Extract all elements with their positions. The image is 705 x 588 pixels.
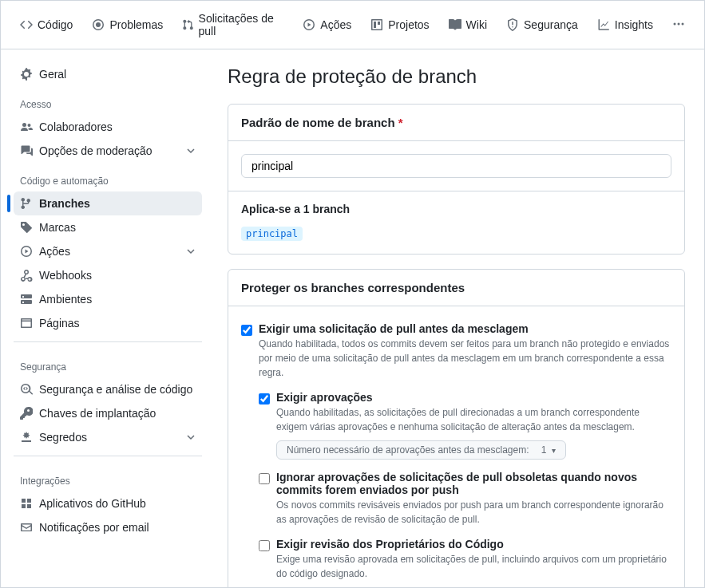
key-asterisk-icon — [20, 431, 33, 444]
approvals-count-select[interactable]: Número necessário de aprovações antes da… — [276, 440, 566, 460]
protect-matching-panel: Proteger os branches correspondentes Exi… — [228, 269, 685, 587]
code-icon — [20, 18, 33, 31]
section-code-automation: Código e automação — [14, 163, 202, 191]
chevron-down-icon — [186, 247, 196, 256]
graph-icon — [597, 18, 610, 31]
sidebar-item-email-notifications[interactable]: Notificações por email — [14, 515, 202, 539]
sidebar-item-moderation[interactable]: Opções de moderação — [14, 139, 202, 163]
server-icon — [20, 293, 33, 306]
sidebar-item-secrets[interactable]: Segredos — [14, 425, 202, 449]
codescan-icon — [20, 383, 33, 396]
sidebar-item-collaborators[interactable]: Colaboradores — [14, 115, 202, 139]
tab-security[interactable]: Segurança — [500, 14, 584, 36]
apps-icon — [20, 497, 33, 510]
tab-actions[interactable]: Ações — [296, 14, 358, 36]
section-integrations: Integrações — [14, 463, 202, 491]
option-require-approvals: Exigir aprovações Quando habilitadas, as… — [259, 388, 671, 468]
sidebar-actions-label: Ações — [39, 245, 70, 258]
checkbox-codeowners[interactable] — [259, 540, 270, 551]
people-icon — [20, 120, 33, 133]
branch-name-header: Padrão de nome de branch * — [228, 105, 684, 141]
applies-to-title: Aplica-se a 1 branch — [241, 203, 671, 215]
sidebar-item-code-security[interactable]: Segurança e análise de código — [14, 377, 202, 401]
sidebar-pages-label: Páginas — [39, 317, 80, 330]
tab-insights-label: Insights — [615, 18, 653, 31]
tab-wiki-label: Wiki — [466, 18, 487, 31]
option-codeowners-desc: Exige uma revisão aprovada em solicitaçõ… — [276, 552, 671, 581]
sidebar-secrets-label: Segredos — [39, 431, 87, 444]
branch-chip: principal — [241, 227, 303, 241]
main-content: Regra de proteção de branch Padrão de no… — [208, 49, 704, 587]
sidebar-moderation-label: Opções de moderação — [39, 144, 152, 157]
protect-matching-header: Proteger os branches correspondentes — [228, 270, 684, 306]
section-access: Acesso — [14, 86, 202, 115]
sidebar-general-label: Geral — [39, 68, 66, 81]
comment-discussion-icon — [20, 144, 33, 157]
checkbox-dismiss-stale[interactable] — [259, 473, 270, 484]
section-security: Segurança — [14, 349, 202, 377]
key-icon — [20, 407, 33, 420]
shield-icon — [506, 18, 519, 31]
sidebar-branches-label: Branches — [39, 197, 90, 210]
sidebar-github-apps-label: Aplicativos do GitHub — [39, 497, 146, 510]
settings-sidebar: Geral Acesso Colaboradores Opções de mod… — [1, 49, 208, 587]
webhook-icon — [20, 269, 33, 282]
git-pull-request-icon — [182, 18, 193, 31]
play-circle-icon — [20, 245, 33, 258]
approvals-select-value: 1 — [541, 444, 547, 456]
option-dismiss-stale-label: Ignorar aprovações de solicitações de pu… — [276, 471, 671, 496]
divider — [14, 341, 202, 342]
option-require-pr-desc: Quando habilitada, todos os commits deve… — [259, 337, 671, 380]
tab-issues[interactable]: Problemas — [85, 14, 169, 36]
tab-security-label: Segurança — [524, 18, 578, 31]
tab-projects-label: Projetos — [388, 18, 429, 31]
sidebar-code-security-label: Segurança e análise de código — [39, 383, 192, 396]
chevron-down-icon — [186, 432, 196, 442]
sidebar-deploy-keys-label: Chaves de implantação — [39, 407, 156, 420]
sidebar-environments-label: Ambientes — [39, 293, 92, 306]
mail-icon — [20, 521, 33, 534]
tab-code[interactable]: Código — [14, 14, 79, 36]
svg-point-1 — [678, 22, 680, 25]
tab-issues-label: Problemas — [109, 18, 163, 31]
tab-projects[interactable]: Projetos — [364, 14, 435, 36]
repo-tabs: Código Problemas Solicitações de pull Aç… — [1, 1, 704, 49]
project-icon — [370, 18, 383, 31]
svg-point-0 — [674, 22, 676, 25]
sidebar-email-notifications-label: Notificações por email — [39, 521, 149, 534]
sidebar-item-branches[interactable]: Branches — [14, 191, 202, 215]
tab-wiki[interactable]: Wiki — [442, 14, 493, 36]
sidebar-item-tags[interactable]: Marcas — [14, 215, 202, 239]
book-icon — [449, 18, 461, 31]
divider — [14, 456, 202, 456]
kebab-icon — [672, 18, 685, 30]
branch-name-panel: Padrão de nome de branch * Aplica-se a 1… — [228, 104, 685, 255]
sidebar-item-deploy-keys[interactable]: Chaves de implantação — [14, 401, 202, 425]
sidebar-webhooks-label: Webhooks — [39, 269, 92, 282]
git-branch-icon — [20, 197, 33, 210]
sidebar-tags-label: Marcas — [39, 221, 76, 234]
sidebar-item-actions[interactable]: Ações — [14, 239, 202, 263]
tab-more[interactable] — [666, 14, 691, 36]
sidebar-item-github-apps[interactable]: Aplicativos do GitHub — [14, 491, 202, 515]
checkbox-require-pr[interactable] — [241, 325, 252, 336]
branch-name-input[interactable] — [241, 154, 671, 178]
tab-pull-requests[interactable]: Solicitações de pull — [176, 7, 290, 42]
tab-actions-label: Ações — [320, 18, 351, 31]
tab-insights[interactable]: Insights — [591, 14, 659, 36]
checkbox-require-approvals[interactable] — [259, 393, 270, 404]
protect-matching-body: Exigir uma solicitação de pull antes da … — [228, 306, 684, 587]
sidebar-item-general[interactable]: Geral — [14, 62, 202, 86]
sidebar-item-pages[interactable]: Páginas — [14, 311, 202, 335]
sidebar-collaborators-label: Colaboradores — [39, 120, 113, 133]
play-icon — [303, 18, 315, 31]
required-indicator: * — [398, 116, 403, 129]
option-require-approvals-label: Exigir aprovações — [276, 391, 671, 404]
branch-name-body — [228, 141, 684, 191]
option-codeowners-label: Exigir revisão dos Proprietários do Códi… — [276, 538, 671, 551]
chevron-down-icon — [186, 146, 196, 156]
sidebar-item-webhooks[interactable]: Webhooks — [14, 263, 202, 287]
approvals-select-label: Número necessário de aprovações antes da… — [287, 444, 529, 456]
option-require-approvals-desc: Quando habilitadas, as solicitações de p… — [276, 405, 671, 434]
sidebar-item-environments[interactable]: Ambientes — [14, 287, 202, 311]
